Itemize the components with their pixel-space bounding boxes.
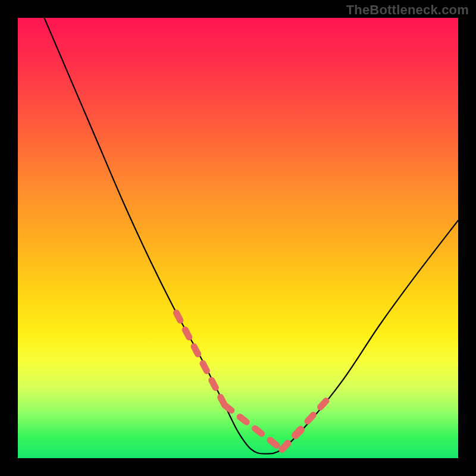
highlight-segment [282,401,326,449]
chart-plot-area [18,18,458,458]
chart-frame: TheBottleneck.com [0,0,476,476]
highlight-segment [282,423,308,449]
highlight-segment [176,313,224,405]
highlighted-segments [176,313,326,449]
watermark-text: TheBottleneck.com [346,2,469,18]
chart-svg [18,18,458,458]
bottleneck-curve [44,18,458,454]
highlight-segment [225,405,282,449]
